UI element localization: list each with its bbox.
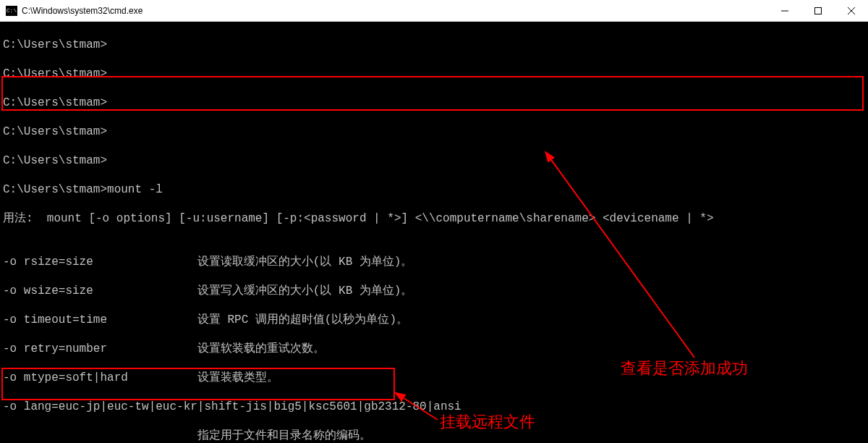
close-button[interactable]: [835, 0, 868, 21]
annotation-mount-remote: 挂载远程文件: [440, 411, 535, 433]
option-line: -o retry=number 设置软装载的重试次数。: [3, 342, 865, 356]
cmd-icon: C:\: [6, 6, 17, 16]
usage-line: 用法: mount [-o options] [-u:username] [-p…: [3, 211, 865, 226]
window-controls: [768, 0, 868, 21]
prompt-line: C:\Users\stmam>: [3, 153, 865, 168]
option-line: 指定用于文件和目录名称的编码。: [3, 429, 865, 443]
option-line: -o wsize=size 设置写入缓冲区的大小(以 KB 为单位)。: [3, 284, 865, 298]
option-line: -o rsize=size 设置读取缓冲区的大小(以 KB 为单位)。: [3, 255, 865, 269]
window-title: C:\Windows\system32\cmd.exe: [22, 6, 768, 16]
prompt-line: C:\Users\stmam>: [3, 125, 865, 139]
svg-rect-1: [815, 7, 822, 14]
option-line: -o timeout=time 设置 RPC 调用的超时值(以秒为单位)。: [3, 313, 865, 327]
terminal-body[interactable]: C:\Users\stmam> C:\Users\stmam> C:\Users…: [0, 22, 868, 443]
command-line: C:\Users\stmam>mount -l: [3, 182, 865, 197]
prompt-line: C:\Users\stmam>: [3, 67, 865, 81]
prompt-line: C:\Users\stmam>: [3, 96, 865, 110]
minimize-button[interactable]: [768, 0, 801, 21]
prompt-line: C:\Users\stmam>: [3, 38, 865, 52]
maximize-button[interactable]: [801, 0, 835, 21]
option-line: -o lang=euc-jp|euc-tw|euc-kr|shift-jis|b…: [3, 400, 865, 414]
annotation-check-success: 查看是否添加成功: [621, 358, 748, 379]
window-titlebar: C:\ C:\Windows\system32\cmd.exe: [0, 0, 868, 22]
